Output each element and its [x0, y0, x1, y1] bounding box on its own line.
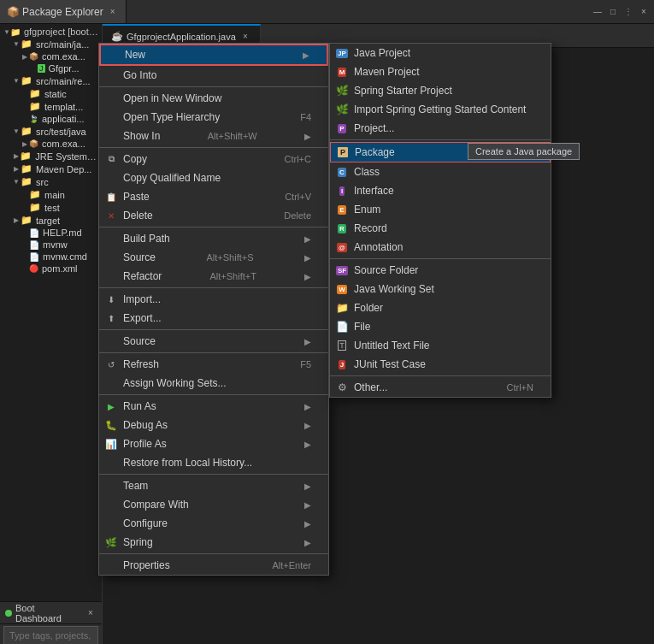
submenu-source-folder[interactable]: SF Source Folder: [330, 261, 551, 280]
menu-item-assign-working-sets[interactable]: Assign Working Sets...: [99, 374, 328, 393]
tree-item-application[interactable]: 🍃 applicati...: [0, 113, 102, 125]
tree-item-mvnw[interactable]: 📄 mvnw: [0, 239, 102, 251]
menu-item-show-in[interactable]: Show In Alt+Shift+W ▶: [99, 127, 328, 145]
tree-arrow-root: ▼: [3, 28, 10, 36]
menu-item-refresh[interactable]: ↺ Refresh F5: [99, 355, 328, 374]
shortcut-show-in: Alt+Shift+W: [208, 131, 257, 141]
separator-6: [99, 352, 328, 353]
submenu-label-class: Class: [354, 166, 380, 178]
arrow-jre: ▶: [12, 152, 20, 160]
menu-btn[interactable]: ⋮: [622, 5, 635, 19]
menu-item-compare-with[interactable]: Compare With ▶: [99, 495, 328, 514]
tree-item-test[interactable]: 📁 test: [0, 201, 102, 214]
submenu-project[interactable]: P Project...: [330, 119, 551, 138]
file-icon-help: 📄: [29, 228, 39, 238]
submenu-spring-starter[interactable]: 🌿 Spring Starter Project: [330, 81, 551, 100]
tree-item-gfgproject[interactable]: J Gfgpr...: [0, 62, 102, 74]
folder-icon-src-test: 📁: [21, 126, 32, 137]
tree-item-static[interactable]: 📁 static: [0, 87, 102, 100]
label-com-example: com.exa...: [42, 51, 85, 62]
submenu-maven-project[interactable]: M Maven Project: [330, 62, 551, 81]
menu-item-spring[interactable]: 🌿 Spring ▶: [99, 533, 328, 552]
submenu-file[interactable]: 📄 File: [330, 317, 551, 336]
icon-enum: E: [335, 203, 349, 216]
menu-item-build-path[interactable]: Build Path ▶: [99, 229, 328, 248]
tree-item-jre[interactable]: ▶ 📁 JRE System L...: [0, 150, 102, 162]
menu-item-source[interactable]: Source Alt+Shift+S ▶: [99, 248, 328, 267]
menu-item-export[interactable]: ⬆ Export...: [99, 309, 328, 328]
new-arrow: ▶: [303, 50, 309, 60]
menu-item-restore-history[interactable]: Restore from Local History...: [99, 453, 328, 472]
boot-dashboard-panel: Boot Dashboard × local: [0, 601, 102, 644]
tree-item-src-main-java[interactable]: ▼ 📁 src/main/ja...: [0, 38, 102, 50]
submenu-enum[interactable]: E Enum: [330, 200, 551, 219]
menu-item-import[interactable]: ⬇ Import...: [99, 290, 328, 309]
submenu-java-project[interactable]: JP Java Project: [330, 44, 551, 62]
folder-icon-src: 📁: [21, 176, 32, 187]
menu-item-debug-as[interactable]: 🐛 Debug As ▶: [99, 416, 328, 434]
minimize-btn[interactable]: —: [591, 5, 604, 19]
tree-item-com-example[interactable]: ▶ 📦 com.exa...: [0, 50, 102, 62]
tree-item-maven-dep[interactable]: ▶ 📁 Maven Dep...: [0, 162, 102, 175]
tree-item-src-main-res[interactable]: ▼ 📁 src/main/re...: [0, 74, 102, 87]
arrow-maven: ▶: [12, 165, 21, 173]
close-btn[interactable]: ×: [637, 5, 651, 19]
menu-item-copy-qualified[interactable]: Copy Qualified Name: [99, 168, 328, 187]
menu-item-team[interactable]: Team ▶: [99, 476, 328, 495]
menu-label-go-into: Go Into: [123, 69, 156, 81]
menu-label-show-in: Show In: [123, 130, 160, 142]
boot-dashboard-close[interactable]: ×: [85, 607, 97, 619]
tree-item-mvnw-cmd[interactable]: 📄 mvnw.cmd: [0, 251, 102, 263]
menu-label-build-path: Build Path: [123, 233, 170, 245]
file-icon-mvnw-cmd: 📄: [29, 252, 39, 262]
submenu-java-working-set[interactable]: W Java Working Set: [330, 280, 551, 298]
menu-item-copy[interactable]: ⧉ Copy Ctrl+C: [99, 150, 328, 168]
package-explorer-tab-close[interactable]: ×: [107, 6, 119, 18]
tree-item-help[interactable]: 📄 HELP.md: [0, 227, 102, 239]
menu-item-open-type[interactable]: Open Type Hierarchy F4: [99, 108, 328, 127]
menu-item-source2[interactable]: Source ▶: [99, 332, 328, 351]
menu-item-new[interactable]: New ▶: [99, 44, 328, 66]
menu-label-copy-qualified: Copy Qualified Name: [123, 172, 221, 184]
menu-item-run-as[interactable]: ▶ Run As ▶: [99, 397, 328, 416]
submenu-annotation[interactable]: @ Annotation: [330, 238, 551, 257]
tree-item-src[interactable]: ▼ 📁 src: [0, 175, 102, 188]
submenu-interface[interactable]: I Interface: [330, 181, 551, 200]
search-input[interactable]: [3, 626, 98, 644]
menu-item-profile-as[interactable]: 📊 Profile As ▶: [99, 434, 328, 453]
arrow-src-main: ▼: [12, 40, 21, 48]
tree-item-main[interactable]: 📁 main: [0, 188, 102, 201]
maximize-btn[interactable]: □: [606, 5, 620, 19]
tree-root[interactable]: ▼ 📁 gfgproject [boot] [devtools]: [0, 26, 102, 38]
configure-arrow: ▶: [304, 519, 311, 529]
tree-item-pom[interactable]: 🔴 pom.xml: [0, 263, 102, 275]
submenu-folder[interactable]: 📁 Folder: [330, 298, 551, 317]
tree-item-com-example-test[interactable]: ▶ 📦 com.exa...: [0, 138, 102, 150]
submenu-record[interactable]: R Record: [330, 219, 551, 238]
menu-item-delete[interactable]: ✕ Delete Delete: [99, 206, 328, 225]
context-menu: New ▶ Go Into Open in New Window Open Ty…: [98, 43, 329, 576]
refactor-arrow: ▶: [304, 272, 311, 281]
submenu-package[interactable]: P Package Create a Java package: [330, 142, 551, 162]
editor-tab-close[interactable]: ×: [239, 31, 251, 43]
tree-item-src-test[interactable]: ▼ 📁 src/test/java: [0, 125, 102, 138]
tree-item-target[interactable]: ▶ 📁 target: [0, 214, 102, 227]
menu-item-go-into[interactable]: Go Into: [99, 66, 328, 85]
submenu-junit[interactable]: J JUnit Test Case: [330, 355, 551, 374]
submenu-import-spring[interactable]: 🌿 Import Spring Getting Started Content: [330, 100, 551, 119]
menu-item-refactor[interactable]: Refactor Alt+Shift+T ▶: [99, 267, 328, 286]
menu-item-paste[interactable]: 📋 Paste Ctrl+V: [99, 187, 328, 206]
menu-item-open-window[interactable]: Open in New Window: [99, 89, 328, 108]
menu-item-configure[interactable]: Configure ▶: [99, 514, 328, 533]
submenu-other[interactable]: ⚙ Other... Ctrl+N: [330, 378, 551, 397]
icon-project: P: [335, 121, 349, 135]
submenu-untitled-text[interactable]: T Untitled Text File: [330, 336, 551, 355]
submenu-label-record: Record: [354, 222, 387, 234]
tree-item-templates[interactable]: 📁 templat...: [0, 100, 102, 113]
editor-tab-label: GfgprojectApplication.java: [127, 32, 236, 42]
submenu-class[interactable]: C Class: [330, 162, 551, 181]
menu-item-properties[interactable]: Properties Alt+Enter: [99, 556, 328, 575]
submenu-label-package: Package: [355, 146, 395, 158]
menu-label-compare: Compare With: [123, 499, 189, 511]
package-explorer-tab[interactable]: 📦 Package Explorer ×: [0, 0, 127, 23]
